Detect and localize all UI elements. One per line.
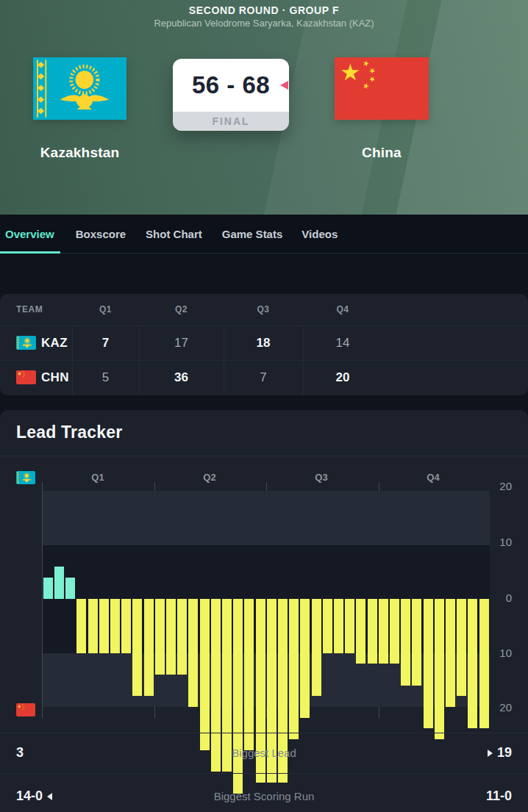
biggest-lead-away-value: 19 bbox=[497, 745, 512, 761]
lead-bar bbox=[177, 599, 187, 675]
tab-game-stats[interactable]: Game Stats bbox=[222, 228, 283, 240]
lead-bar bbox=[211, 599, 221, 772]
lead-bar bbox=[356, 599, 365, 664]
tab-boxscore[interactable]: Boxscore bbox=[76, 228, 126, 240]
y-axis-tick: 0 bbox=[488, 592, 512, 604]
lead-bar bbox=[468, 599, 477, 728]
chart-label-q2: Q2 bbox=[203, 472, 215, 483]
lead-bar bbox=[233, 599, 243, 794]
biggest-run-away: 11-0 bbox=[486, 788, 512, 804]
biggest-run-label: Biggest Scoring Run bbox=[0, 790, 528, 802]
leader-arrow-right-icon bbox=[488, 750, 493, 757]
lead-bar bbox=[200, 599, 210, 750]
game-summary-page: SECOND ROUND · GROUP F Republican Velodr… bbox=[0, 0, 528, 812]
y-axis-tick: 20 bbox=[488, 701, 512, 714]
biggest-lead-label: Biggest Lead bbox=[0, 747, 528, 759]
lead-bar bbox=[435, 599, 444, 739]
lead-bar bbox=[88, 599, 98, 653]
winner-indicator-icon bbox=[280, 81, 288, 90]
final-score: 56 - 68 bbox=[173, 59, 289, 112]
lead-bar bbox=[300, 599, 310, 718]
match-header: SECOND ROUND · GROUP F Republican Velodr… bbox=[0, 0, 528, 215]
lead-bar bbox=[312, 599, 321, 696]
lead-bar bbox=[43, 578, 53, 599]
lead-bar bbox=[166, 599, 176, 675]
lead-bar bbox=[401, 599, 410, 686]
chart-label-q3: Q3 bbox=[315, 472, 327, 483]
lead-bar bbox=[76, 599, 86, 653]
tab-bar: Overview Boxscore Shot Chart Game Stats … bbox=[0, 215, 528, 254]
tab-shot-chart[interactable]: Shot Chart bbox=[146, 228, 202, 240]
lead-bar bbox=[144, 599, 154, 696]
team-code: CHN bbox=[41, 360, 69, 395]
lead-bar bbox=[244, 599, 254, 750]
lead-bar bbox=[379, 599, 388, 664]
lead-bar bbox=[368, 599, 377, 664]
chart-label-q4: Q4 bbox=[427, 472, 439, 483]
lead-tracker-card: Lead Tracker Q1 Q2 Q3 Q4 20 10 0 10 20 B… bbox=[0, 410, 528, 812]
lead-bar bbox=[65, 578, 75, 599]
table-row-kaz: KAZ 7 17 18 14 bbox=[0, 326, 528, 360]
biggest-run-home-value: 14-0 bbox=[16, 788, 43, 804]
quarter-scores-table: TEAM Q1 Q2 Q3 Q4 KAZ 7 17 18 14 CHN 5 36 bbox=[0, 294, 528, 395]
column-header-q3: Q3 bbox=[224, 294, 303, 326]
lead-bar bbox=[222, 599, 232, 772]
q1-score: 5 bbox=[72, 360, 139, 395]
divider bbox=[0, 773, 528, 774]
y-axis-tick: 20 bbox=[488, 480, 512, 492]
q2-score: 36 bbox=[139, 360, 224, 395]
active-tab-underline bbox=[0, 251, 60, 254]
kazakhstan-flag-icon bbox=[16, 336, 36, 350]
team-code: KAZ bbox=[41, 326, 68, 360]
chart-label-q1: Q1 bbox=[91, 472, 104, 483]
lead-bar bbox=[323, 599, 332, 653]
away-team-name: China bbox=[316, 145, 447, 161]
biggest-lead-away: 19 bbox=[488, 745, 512, 761]
lead-bar bbox=[446, 599, 455, 707]
q1-score: 7 bbox=[72, 326, 139, 360]
lead-tracker-title: Lead Tracker bbox=[16, 423, 122, 442]
chart-band bbox=[43, 491, 490, 545]
y-axis-tick: 10 bbox=[488, 647, 512, 659]
lead-chart-plot bbox=[43, 491, 490, 707]
kazakhstan-flag-icon bbox=[16, 471, 35, 484]
y-axis-tick: 10 bbox=[488, 536, 512, 548]
china-flag-icon bbox=[16, 370, 36, 384]
lead-bar bbox=[99, 599, 109, 653]
column-header-team: TEAM bbox=[16, 294, 43, 326]
score-card: 56 - 68 FINAL bbox=[173, 59, 289, 131]
q3-score: 18 bbox=[224, 326, 303, 360]
round-title: SECOND ROUND · GROUP F bbox=[0, 4, 528, 16]
lead-bar bbox=[289, 599, 299, 739]
lead-bar bbox=[457, 599, 466, 696]
lead-bar bbox=[412, 599, 421, 686]
lead-bar bbox=[188, 599, 198, 707]
score-value: 56 - 68 bbox=[192, 71, 270, 99]
lead-bar bbox=[345, 599, 354, 653]
biggest-lead-home: 3 bbox=[16, 745, 24, 761]
lead-bar bbox=[155, 599, 165, 675]
leader-arrow-left-icon bbox=[47, 793, 52, 800]
lead-bar bbox=[54, 567, 64, 599]
venue-label: Republican Velodrome Saryarka, Kazakhsta… bbox=[0, 18, 528, 29]
q3-score: 7 bbox=[224, 360, 303, 395]
table-row-chn: CHN 5 36 7 20 bbox=[0, 360, 528, 395]
biggest-run-home: 14-0 bbox=[16, 788, 52, 804]
lead-bar bbox=[390, 599, 399, 664]
lead-bar bbox=[334, 599, 343, 653]
china-flag-icon bbox=[16, 703, 35, 716]
divider bbox=[0, 733, 528, 733]
lead-bar bbox=[132, 599, 142, 696]
home-team-name: Kazakhstan bbox=[15, 145, 145, 161]
china-flag bbox=[335, 57, 429, 120]
lead-bar bbox=[110, 599, 120, 653]
game-status-badge: FINAL bbox=[173, 112, 289, 131]
column-header-q1: Q1 bbox=[72, 294, 139, 326]
column-header-q4: Q4 bbox=[303, 294, 382, 326]
biggest-run-away-value: 11-0 bbox=[486, 788, 512, 804]
kazakhstan-flag bbox=[33, 57, 126, 120]
tab-videos[interactable]: Videos bbox=[302, 228, 338, 240]
q4-score: 20 bbox=[303, 360, 382, 395]
tab-overview[interactable]: Overview bbox=[5, 228, 54, 240]
lead-bar bbox=[121, 599, 131, 653]
